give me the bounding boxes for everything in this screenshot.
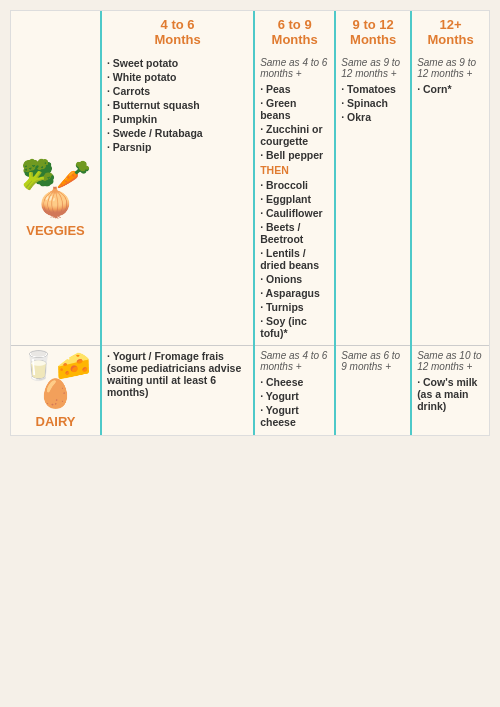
list-item: Turnips bbox=[260, 301, 329, 313]
list-item: Zucchini or courgette bbox=[260, 123, 329, 147]
veggies-12plus-cell: Same as 9 to 12 months + Corn* bbox=[411, 53, 489, 346]
list-item: White potato bbox=[107, 71, 248, 83]
veggies-9to12-cell: Same as 9 to 12 months + TomatoesSpinach… bbox=[335, 53, 411, 346]
dairy-12plus-same-as: Same as 10 to 12 months + bbox=[417, 350, 484, 372]
header-4to6: 4 to 6 Months bbox=[101, 11, 254, 53]
list-item: Butternut squash bbox=[107, 99, 248, 111]
list-item: Pumpkin bbox=[107, 113, 248, 125]
veggies-12plus-list: Corn* bbox=[417, 83, 484, 95]
list-item: Spinach bbox=[341, 97, 405, 109]
veggies-9to12-list: TomatoesSpinachOkra bbox=[341, 83, 405, 123]
list-item: Yogurt cheese bbox=[260, 404, 329, 428]
list-item: Sweet potato bbox=[107, 57, 248, 69]
header-12plus: 12+ Months bbox=[411, 11, 489, 53]
list-item: Green beans bbox=[260, 97, 329, 121]
list-item: Cow's milk (as a main drink) bbox=[417, 376, 484, 412]
list-item: Cheese bbox=[260, 376, 329, 388]
list-item: Cauliflower bbox=[260, 207, 329, 219]
veggies-then-list: BroccoliEggplantCauliflowerBeets / Beetr… bbox=[260, 179, 329, 339]
list-item: Yogurt bbox=[260, 390, 329, 402]
food-table: 4 to 6 Months 6 to 9 Months 9 to 12 Mont… bbox=[11, 11, 489, 435]
header-12plus-line1: 12+ bbox=[440, 17, 462, 32]
list-item: Bell pepper bbox=[260, 149, 329, 161]
veggies-category-cell: 🥦🥕🧅 VEGGIES bbox=[11, 53, 101, 346]
list-item: Okra bbox=[341, 111, 405, 123]
dairy-label: DAIRY bbox=[13, 410, 98, 429]
veggies-4to6-cell: Sweet potatoWhite potatoCarrotsButternut… bbox=[101, 53, 254, 346]
list-item: Parsnip bbox=[107, 141, 248, 153]
veggies-6to9-list: PeasGreen beansZucchini or courgetteBell… bbox=[260, 83, 329, 161]
header-6to9: 6 to 9 Months bbox=[254, 11, 335, 53]
header-9to12: 9 to 12 Months bbox=[335, 11, 411, 53]
header-4to6-line2: Months bbox=[154, 32, 200, 47]
header-empty bbox=[11, 11, 101, 53]
veggies-6to9-cell: Same as 4 to 6 months + PeasGreen beansZ… bbox=[254, 53, 335, 346]
veggies-12plus-same-as: Same as 9 to 12 months + bbox=[417, 57, 484, 79]
list-item: Asparagus bbox=[260, 287, 329, 299]
header-9to12-line1: 9 to 12 bbox=[353, 17, 394, 32]
list-item: Yogurt / Fromage frais (some pediatricia… bbox=[107, 350, 248, 398]
dairy-9to12-cell: Same as 6 to 9 months + bbox=[335, 346, 411, 436]
list-item: Tomatoes bbox=[341, 83, 405, 95]
header-row: 4 to 6 Months 6 to 9 Months 9 to 12 Mont… bbox=[11, 11, 489, 53]
header-4to6-line1: 4 to 6 bbox=[161, 17, 195, 32]
dairy-icon: 🥛🧀🥚 bbox=[13, 352, 98, 408]
list-item: Carrots bbox=[107, 85, 248, 97]
veggies-icon: 🥦🥕🧅 bbox=[13, 161, 98, 217]
veggies-4to6-list: Sweet potatoWhite potatoCarrotsButternut… bbox=[107, 57, 248, 153]
header-6to9-line2: Months bbox=[272, 32, 318, 47]
list-item: Eggplant bbox=[260, 193, 329, 205]
list-item: Beets / Beetroot bbox=[260, 221, 329, 245]
veggies-label: VEGGIES bbox=[13, 219, 98, 238]
dairy-row: 🥛🧀🥚 DAIRY Yogurt / Fromage frais (some p… bbox=[11, 346, 489, 436]
dairy-category-cell: 🥛🧀🥚 DAIRY bbox=[11, 346, 101, 436]
dairy-4to6-cell: Yogurt / Fromage frais (some pediatricia… bbox=[101, 346, 254, 436]
list-item: Corn* bbox=[417, 83, 484, 95]
list-item: Peas bbox=[260, 83, 329, 95]
dairy-6to9-list: CheeseYogurtYogurt cheese bbox=[260, 376, 329, 428]
dairy-12plus-list: Cow's milk (as a main drink) bbox=[417, 376, 484, 412]
dairy-12plus-cell: Same as 10 to 12 months + Cow's milk (as… bbox=[411, 346, 489, 436]
header-9to12-line2: Months bbox=[350, 32, 396, 47]
list-item: Swede / Rutabaga bbox=[107, 127, 248, 139]
veggies-6to9-same-as: Same as 4 to 6 months + bbox=[260, 57, 329, 79]
veggies-row: 🥦🥕🧅 VEGGIES Sweet potatoWhite potatoCarr… bbox=[11, 53, 489, 346]
dairy-4to6-list: Yogurt / Fromage frais (some pediatricia… bbox=[107, 350, 248, 398]
page-container: 4 to 6 Months 6 to 9 Months 9 to 12 Mont… bbox=[10, 10, 490, 436]
header-6to9-line1: 6 to 9 bbox=[278, 17, 312, 32]
list-item: Soy (inc tofu)* bbox=[260, 315, 329, 339]
veggies-then-label: THEN bbox=[260, 164, 329, 176]
veggies-9to12-same-as: Same as 9 to 12 months + bbox=[341, 57, 405, 79]
list-item: Lentils / dried beans bbox=[260, 247, 329, 271]
list-item: Onions bbox=[260, 273, 329, 285]
dairy-6to9-same-as: Same as 4 to 6 months + bbox=[260, 350, 329, 372]
dairy-9to12-same-as: Same as 6 to 9 months + bbox=[341, 350, 405, 372]
dairy-6to9-cell: Same as 4 to 6 months + CheeseYogurtYogu… bbox=[254, 346, 335, 436]
header-12plus-line2: Months bbox=[427, 32, 473, 47]
list-item: Broccoli bbox=[260, 179, 329, 191]
